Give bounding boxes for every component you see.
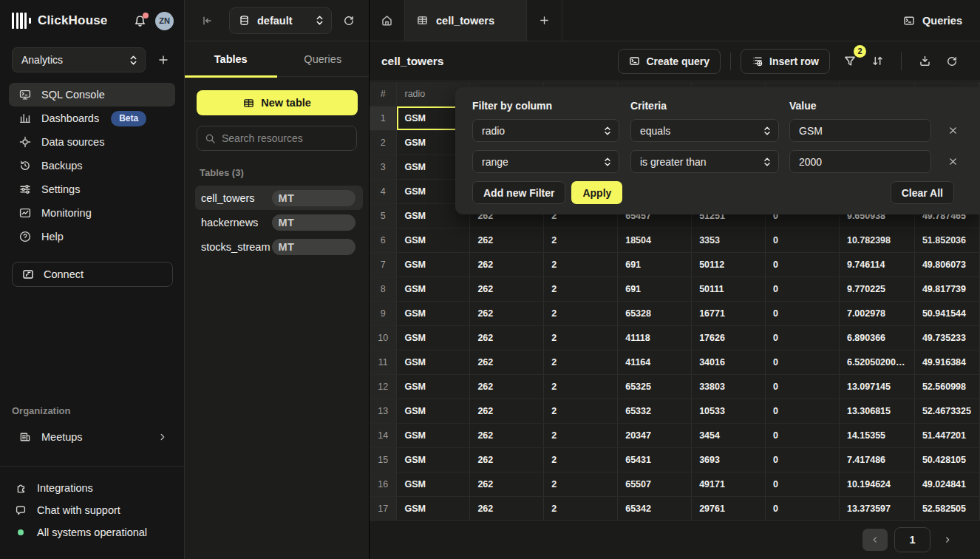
grid-cell[interactable]: 0 — [766, 399, 840, 423]
grid-cell[interactable]: 51.447201 — [914, 423, 979, 447]
grid-cell[interactable]: 52.582505 — [914, 496, 979, 520]
grid-cell[interactable]: 0 — [766, 472, 840, 496]
grid-cell[interactable]: 3693 — [692, 447, 766, 472]
grid-cell[interactable]: 52.560998 — [914, 374, 979, 399]
grid-cell[interactable]: 2 — [544, 301, 618, 325]
grid-cell[interactable]: 0 — [766, 301, 840, 325]
grid-cell[interactable]: GSM — [397, 447, 470, 472]
clear-all-filters-button[interactable]: Clear All — [891, 181, 954, 204]
grid-cell[interactable]: 10.194624 — [839, 472, 914, 496]
grid-cell[interactable]: 262 — [470, 350, 544, 374]
grid-cell[interactable]: 262 — [470, 228, 544, 252]
grid-cell[interactable]: GSM — [397, 496, 470, 520]
grid-cell[interactable]: 50.941544 — [914, 301, 979, 325]
queries-button[interactable]: Queries — [885, 0, 980, 41]
grid-cell[interactable]: 691 — [618, 252, 692, 277]
grid-cell[interactable]: 65507 — [618, 472, 692, 496]
grid-cell[interactable]: 41118 — [618, 325, 692, 350]
next-page-button[interactable] — [937, 529, 958, 551]
grid-cell[interactable]: 7.417486 — [839, 447, 914, 472]
remove-filter-2-button[interactable] — [946, 155, 960, 169]
sidebar-item-dashboards[interactable]: Dashboards Beta — [9, 106, 175, 130]
grid-cell[interactable]: 0 — [766, 325, 840, 350]
grid-cell[interactable]: 0 — [766, 374, 840, 399]
grid-cell[interactable]: 34016 — [692, 350, 766, 374]
grid-cell[interactable]: 2 — [544, 228, 618, 252]
workspace-select[interactable]: Analytics — [12, 47, 146, 72]
notifications-bell-icon[interactable] — [134, 15, 146, 27]
download-button[interactable] — [914, 50, 936, 72]
grid-cell[interactable]: 2 — [544, 350, 618, 374]
grid-cell[interactable]: 262 — [470, 374, 544, 399]
grid-cell[interactable]: GSM — [397, 350, 470, 374]
sidebar-item-data-sources[interactable]: Data sources — [9, 130, 175, 154]
search-input[interactable] — [222, 132, 355, 144]
apply-filters-button[interactable]: Apply — [571, 181, 622, 204]
main-tab-cell-towers[interactable]: cell_towers — [405, 0, 527, 41]
grid-cell[interactable]: 49.024841 — [914, 472, 979, 496]
filter-criteria-select-1[interactable]: equals — [630, 119, 779, 142]
grid-cell[interactable]: 65342 — [618, 496, 692, 520]
grid-cell[interactable]: 16771 — [692, 301, 766, 325]
table-list-item-stocks-stream[interactable]: stocks_stream MT — [195, 234, 363, 259]
grid-cell[interactable]: 7.002978 — [839, 301, 914, 325]
sidebar-item-backups[interactable]: Backups — [9, 154, 175, 177]
home-tab-button[interactable] — [370, 0, 405, 41]
grid-cell[interactable]: 49171 — [692, 472, 766, 496]
grid-cell[interactable]: 33803 — [692, 374, 766, 399]
grid-cell[interactable]: 0 — [766, 277, 840, 301]
grid-cell[interactable]: GSM — [397, 399, 470, 423]
grid-cell[interactable]: 13.306815 — [839, 399, 914, 423]
grid-cell[interactable]: 17626 — [692, 325, 766, 350]
filter-button[interactable]: 2 — [839, 50, 861, 72]
grid-cell[interactable]: GSM — [397, 423, 470, 447]
tab-queries[interactable]: Queries — [277, 41, 370, 76]
grid-cell[interactable]: 0 — [766, 252, 840, 277]
filter-column-select-1[interactable]: radio — [472, 119, 619, 142]
grid-cell[interactable]: 49.916384 — [914, 350, 979, 374]
table-list-item-hackernews[interactable]: hackernews MT — [195, 210, 363, 234]
grid-cell[interactable]: 262 — [470, 277, 544, 301]
grid-cell[interactable]: 2 — [544, 252, 618, 277]
grid-cell[interactable]: 2 — [544, 374, 618, 399]
new-tab-button[interactable] — [527, 0, 562, 41]
grid-cell[interactable]: GSM — [397, 374, 470, 399]
grid-cell[interactable]: 50111 — [692, 277, 766, 301]
grid-cell[interactable]: 3454 — [692, 423, 766, 447]
grid-cell[interactable]: 262 — [470, 252, 544, 277]
sidebar-item-chat-support[interactable]: Chat with support — [12, 499, 172, 521]
sidebar-item-settings[interactable]: Settings — [9, 177, 175, 201]
grid-cell[interactable]: 262 — [470, 423, 544, 447]
grid-cell[interactable]: 9.746114 — [839, 252, 914, 277]
grid-cell[interactable]: 262 — [470, 447, 544, 472]
system-status[interactable]: All systems operational — [12, 521, 172, 543]
insert-row-button[interactable]: Insert row — [741, 49, 830, 74]
grid-cell[interactable]: 65431 — [618, 447, 692, 472]
grid-cell[interactable]: 0 — [766, 447, 840, 472]
grid-cell[interactable]: 13.373597 — [839, 496, 914, 520]
grid-cell[interactable]: 3353 — [692, 228, 766, 252]
grid-cell[interactable]: 262 — [470, 496, 544, 520]
filter-value-input-2[interactable] — [789, 150, 931, 173]
grid-cell[interactable]: 20347 — [618, 423, 692, 447]
new-table-button[interactable]: New table — [197, 90, 358, 115]
grid-cell[interactable]: GSM — [397, 301, 470, 325]
grid-cell[interactable]: 65325 — [618, 374, 692, 399]
previous-page-button[interactable] — [862, 529, 888, 551]
grid-cell[interactable]: 2 — [544, 472, 618, 496]
sidebar-item-integrations[interactable]: Integrations — [12, 477, 172, 499]
grid-cell[interactable]: 49.817739 — [914, 277, 979, 301]
sidebar-item-sql-console[interactable]: SQL Console — [9, 83, 175, 106]
sort-button[interactable] — [867, 50, 888, 72]
grid-cell[interactable]: 262 — [470, 399, 544, 423]
grid-cell[interactable]: 18504 — [618, 228, 692, 252]
grid-cell[interactable]: 2 — [544, 325, 618, 350]
sidebar-item-meetups[interactable]: Meetups — [9, 425, 175, 449]
grid-cell[interactable]: 41164 — [618, 350, 692, 374]
collapse-panel-button[interactable] — [198, 12, 216, 30]
sidebar-item-monitoring[interactable]: Monitoring — [9, 201, 175, 225]
grid-cell[interactable]: 49.806073 — [914, 252, 979, 277]
grid-cell[interactable]: 50.428105 — [914, 447, 979, 472]
grid-cell[interactable]: 10533 — [692, 399, 766, 423]
tab-tables[interactable]: Tables — [185, 41, 277, 76]
